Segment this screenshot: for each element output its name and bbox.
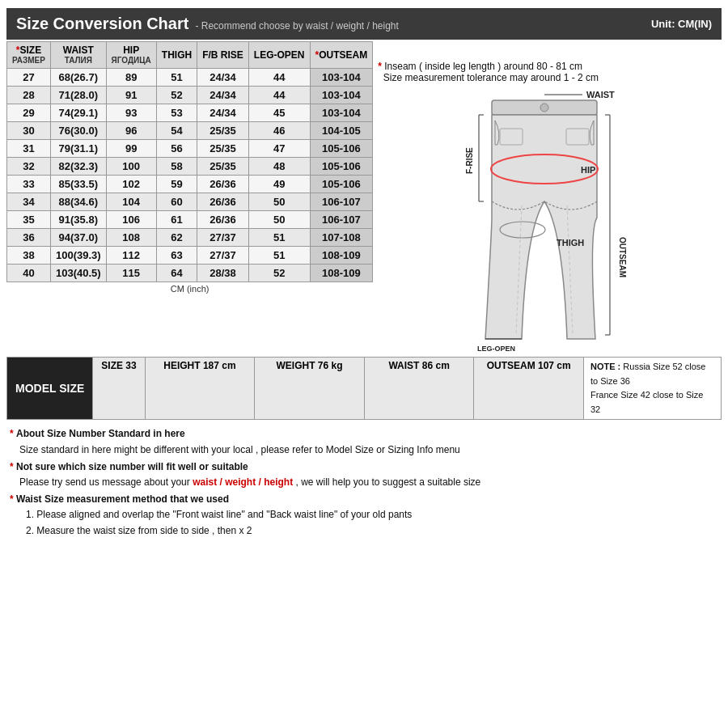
svg-text:LEG-OPEN: LEG-OPEN [477, 345, 515, 353]
svg-text:OUTSEAM: OUTSEAM [618, 237, 627, 277]
inseam-line1: Inseam ( inside leg length ) around 80 -… [384, 61, 582, 72]
note-1-body: Size standard in here might be different… [10, 442, 718, 458]
model-size-label: MODEL SIZE [7, 358, 92, 419]
unit-label: Unit: CM(IN) [651, 18, 712, 30]
size-table-wrap: *SIZEРАЗМЕР WAISTТАЛИЯ HIPЯГОДИЦА THIGH … [6, 41, 373, 294]
title-bar: Size Conversion Chart - Recommend choose… [6, 8, 722, 40]
table-row: 40103(40.5)1156428/3852108-109 [7, 265, 373, 282]
model-cell-waist: WAIST 86 cm [364, 358, 474, 419]
table-row: 3591(35.8)1066126/3650106-107 [7, 211, 373, 229]
chart-title: Size Conversion Chart [16, 15, 188, 33]
chart-subtitle: - Recommend choose by waist / weight / h… [195, 20, 398, 32]
table-row: 3179(31.1)995625/3547105-106 [7, 140, 373, 158]
note-label: NOTE : [590, 362, 620, 371]
header-thigh: THIGH [156, 42, 197, 69]
inseam-note: * Inseam ( inside leg length ) around 80… [378, 59, 722, 85]
model-cell-outseam: OUTSEAM 107 cm [473, 358, 583, 419]
note-3-2: 2. Measure the waist size from side to s… [10, 523, 718, 539]
model-size-cells: SIZE 33 HEIGHT 187 cm WEIGHT 76 kg WAIST… [92, 358, 721, 419]
inseam-line2: Size measurement tolerance may around 1 … [383, 72, 599, 83]
svg-text:WAIST: WAIST [586, 90, 615, 99]
header-waist: WAISTТАЛИЯ [50, 42, 106, 69]
table-row: 3694(37.0)1086227/3751107-108 [7, 229, 373, 247]
table-row: 2871(28.0)915224/3444103-104 [7, 87, 373, 104]
pants-svg: WAIST HIP THIGH F-RISE [461, 88, 639, 355]
table-row: 3385(33.5)1025926/3649105-106 [7, 176, 373, 193]
model-cell-height: HEIGHT 187 cm [145, 358, 255, 419]
inseam-star: * [378, 61, 382, 72]
header-fbrise: F/B RISE [197, 42, 249, 69]
note-line2: France Size 42 close to Size 32 [590, 390, 703, 414]
notes-area: * About Size Number Standard in here Siz… [6, 426, 722, 538]
svg-text:THIGH: THIGH [557, 238, 584, 248]
table-row: 2768(26.7)895124/3444103-104 [7, 69, 373, 87]
right-section: * Inseam ( inside leg length ) around 80… [373, 41, 722, 355]
svg-text:F-RISE: F-RISE [465, 147, 474, 174]
main-container: Size Conversion Chart - Recommend choose… [0, 0, 728, 547]
svg-text:HIP: HIP [581, 165, 595, 175]
diagram-area: WAIST HIP THIGH F-RISE [378, 88, 722, 355]
table-header-row: *SIZEРАЗМЕР WAISTТАЛИЯ HIPЯГОДИЦА THIGH … [7, 42, 373, 69]
note-3: * Waist Size measurement method that we … [10, 492, 718, 507]
table-row: 2974(29.1)935324/3445103-104 [7, 104, 373, 122]
note-2-body: Please try send us message about your wa… [10, 475, 718, 490]
header-outseam: *OUTSEAM [310, 42, 373, 69]
note-2: * Not sure which size number will fit we… [10, 459, 718, 475]
table-row: 3282(32.3)1005825/3548105-106 [7, 158, 373, 176]
model-cell-size: SIZE 33 [92, 358, 144, 419]
table-diagram-section: *SIZEРАЗМЕР WAISTТАЛИЯ HIPЯГОДИЦА THIGH … [6, 41, 722, 355]
model-size-full-row: MODEL SIZE SIZE 33 HEIGHT 187 cm WEIGHT … [6, 357, 722, 420]
header-hip: HIPЯГОДИЦА [106, 42, 156, 69]
header-size: *SIZEРАЗМЕР [7, 42, 51, 69]
note-1: * About Size Number Standard in here [10, 426, 718, 442]
svg-point-1 [540, 104, 548, 112]
table-row: 38100(39.3)1126327/3751108-109 [7, 247, 373, 265]
note-3-1: 1. Please aligned and overlap the "Front… [10, 507, 718, 523]
cm-inch-label: CM (inch) [6, 282, 373, 294]
table-body: 2768(26.7)895124/3444103-1042871(28.0)91… [7, 69, 373, 282]
table-row: 3076(30.0)965425/3546104-105 [7, 122, 373, 140]
header-legopen: LEG-OPEN [248, 42, 310, 69]
title-left: Size Conversion Chart - Recommend choose… [16, 15, 399, 33]
table-row: 3488(34.6)1046026/3650106-107 [7, 193, 373, 211]
note-beside: NOTE : Russia Size 52 close to Size 36 F… [583, 358, 721, 419]
model-cell-weight: WEIGHT 76 kg [254, 358, 364, 419]
size-table: *SIZEРАЗМЕР WAISTТАЛИЯ HIPЯГОДИЦА THIGH … [6, 41, 373, 282]
